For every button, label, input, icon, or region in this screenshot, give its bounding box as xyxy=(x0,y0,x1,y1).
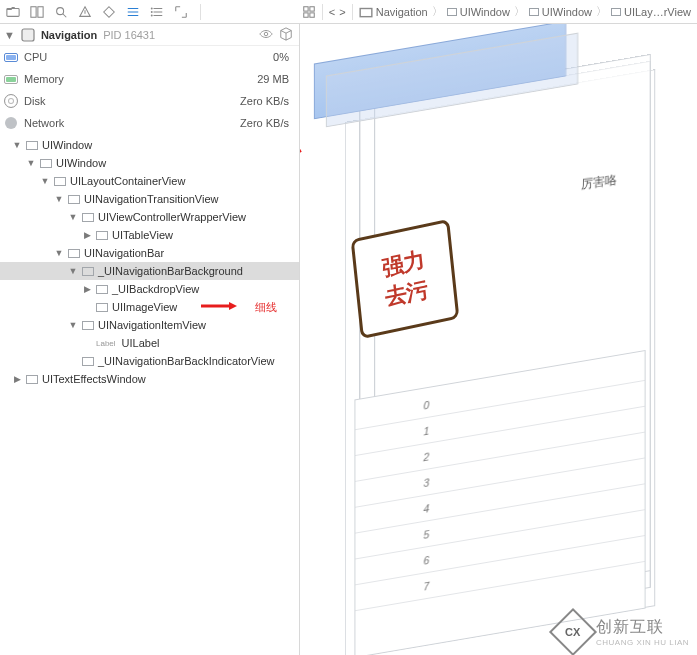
breadcrumb: < > Navigation 〉 UIWindow 〉 UIWindow 〉 U… xyxy=(302,4,691,20)
svg-rect-12 xyxy=(22,29,34,41)
tableview-preview: 01234567 xyxy=(354,350,645,655)
search-icon[interactable] xyxy=(54,5,68,19)
disclosure-icon[interactable]: ▼ xyxy=(68,320,78,330)
warning-icon[interactable] xyxy=(78,5,92,19)
svg-rect-8 xyxy=(310,6,314,10)
disclosure-icon[interactable]: ▼ xyxy=(68,212,78,222)
tree-label: UINavigationTransitionView xyxy=(84,193,219,205)
view-icon xyxy=(82,357,94,366)
view-icon xyxy=(96,303,108,312)
tree-row[interactable]: UIImageView细线 xyxy=(0,298,299,316)
annotation-arrow-small xyxy=(199,300,239,314)
nav-forward[interactable]: > xyxy=(339,6,345,18)
eye-icon[interactable] xyxy=(259,27,273,43)
disclosure-icon[interactable]: ▶ xyxy=(82,230,92,240)
tree-label: UITextEffectsWindow xyxy=(42,373,146,385)
tree-label: UILabel xyxy=(122,337,160,349)
tree-row[interactable]: ▼UILayoutContainerView xyxy=(0,172,299,190)
disclosure-icon[interactable]: ▼ xyxy=(68,266,78,276)
nav-back[interactable]: < xyxy=(329,6,335,18)
crumb-uiwindow-2[interactable]: UIWindow xyxy=(529,6,592,18)
tree-label: UIImageView xyxy=(112,301,177,313)
tree-row[interactable]: ▼UIViewControllerWrapperView xyxy=(0,208,299,226)
grid-icon[interactable] xyxy=(302,5,316,19)
view-icon xyxy=(68,249,80,258)
view-icon xyxy=(26,141,38,150)
disclosure-icon[interactable]: ▼ xyxy=(54,248,64,258)
disclosure-icon[interactable]: ▼ xyxy=(40,176,50,186)
svg-rect-11 xyxy=(360,8,372,16)
process-pid: PID 16431 xyxy=(103,29,155,41)
tree-label: UINavigationBar xyxy=(84,247,164,259)
panels-icon[interactable] xyxy=(30,5,44,19)
view-icon xyxy=(82,267,94,276)
svg-rect-7 xyxy=(304,6,308,10)
annotation-text: 细线 xyxy=(255,300,277,315)
svg-point-5 xyxy=(151,11,152,12)
stat-cpu[interactable]: CPU 0% xyxy=(0,46,299,68)
watermark: CX 创新互联 CHUANG XIN HU LIAN xyxy=(556,615,689,649)
tree-label: UITableView xyxy=(112,229,173,241)
disclosure-icon[interactable]: ▼ xyxy=(26,158,36,168)
tree-row[interactable]: ▼UINavigationTransitionView xyxy=(0,190,299,208)
tree-row[interactable]: ▶_UIBackdropView xyxy=(0,280,299,298)
tree-label: _UINavigationBarBackground xyxy=(98,265,243,277)
svg-rect-2 xyxy=(38,6,43,17)
disclosure-icon[interactable]: ▶ xyxy=(82,284,92,294)
tree-row[interactable]: ▼UINavigationItemView xyxy=(0,316,299,334)
tree-row[interactable]: ▼_UINavigationBarBackground xyxy=(0,262,299,280)
view-icon xyxy=(96,231,108,240)
tree-row[interactable]: LabelUILabel xyxy=(0,334,299,352)
debug-navigator: ▼ Navigation PID 16431 CPU 0% Memory 29 … xyxy=(0,24,300,655)
align-icon[interactable] xyxy=(126,5,140,19)
view-icon xyxy=(82,321,94,330)
process-header[interactable]: ▼ Navigation PID 16431 xyxy=(0,24,299,46)
tree-label: UILayoutContainerView xyxy=(70,175,185,187)
disclosure-icon[interactable]: ▼ xyxy=(54,194,64,204)
label-tag: Label xyxy=(96,339,116,348)
view-hierarchy-tree: ▼UIWindow▼UIWindow▼UILayoutContainerView… xyxy=(0,134,299,655)
tree-row[interactable]: ▶UITextEffectsWindow xyxy=(0,370,299,388)
diamond-icon[interactable] xyxy=(102,5,116,19)
stat-network[interactable]: Network Zero KB/s xyxy=(0,112,299,134)
top-toolbar: < > Navigation 〉 UIWindow 〉 UIWindow 〉 U… xyxy=(0,0,697,24)
svg-marker-15 xyxy=(229,302,237,310)
tree-row[interactable]: _UINavigationBarBackIndicatorView xyxy=(0,352,299,370)
tree-label: UIWindow xyxy=(42,139,92,151)
svg-point-4 xyxy=(151,8,152,9)
svg-rect-9 xyxy=(304,12,308,16)
view-icon xyxy=(40,159,52,168)
tree-row[interactable]: ▼UIWindow xyxy=(0,154,299,172)
app-icon xyxy=(21,28,35,42)
stat-memory[interactable]: Memory 29 MB xyxy=(0,68,299,90)
tree-label: UINavigationItemView xyxy=(98,319,206,331)
svg-rect-10 xyxy=(310,12,314,16)
view-icon xyxy=(96,285,108,294)
disclosure-icon[interactable]: ▼ xyxy=(12,140,22,150)
stat-disk[interactable]: Disk Zero KB/s xyxy=(0,90,299,112)
tree-label: UIViewControllerWrapperView xyxy=(98,211,246,223)
tree-row[interactable]: ▼UINavigationBar xyxy=(0,244,299,262)
disclosure-icon[interactable]: ▶ xyxy=(12,374,22,384)
crumb-navigation[interactable]: Navigation xyxy=(359,5,428,19)
disclosure-icon[interactable]: ▼ xyxy=(4,29,15,41)
svg-rect-1 xyxy=(31,6,36,17)
process-name: Navigation xyxy=(41,29,97,41)
tree-row[interactable]: ▶UITableView xyxy=(0,226,299,244)
svg-point-3 xyxy=(57,7,64,14)
view-preview[interactable]: 厉害咯 01234567 强力 去污 CX xyxy=(300,24,697,655)
cube-icon[interactable] xyxy=(279,27,293,43)
crumb-uiwindow-1[interactable]: UIWindow xyxy=(447,6,510,18)
tree-label: UIWindow xyxy=(56,157,106,169)
svg-point-13 xyxy=(264,32,268,36)
view-icon xyxy=(68,195,80,204)
folder-icon[interactable] xyxy=(6,5,20,19)
view-icon xyxy=(82,213,94,222)
tree-row[interactable]: ▼UIWindow xyxy=(0,136,299,154)
crumb-uilayer[interactable]: UILay…rView xyxy=(611,6,691,18)
tree-label: _UIBackdropView xyxy=(112,283,199,295)
svg-point-6 xyxy=(151,15,152,16)
list-icon[interactable] xyxy=(150,5,164,19)
expand-icon[interactable] xyxy=(174,5,188,19)
tree-label: _UINavigationBarBackIndicatorView xyxy=(98,355,275,367)
